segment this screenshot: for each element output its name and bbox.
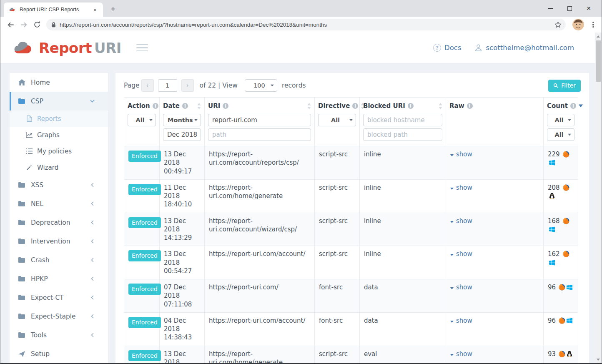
sort-toggle-icon[interactable] <box>439 103 442 109</box>
filter-count-select-2[interactable]: All <box>547 128 574 141</box>
sidebar-item-my-policies[interactable]: My policies <box>10 143 108 159</box>
raw-show-link[interactable]: show <box>450 350 472 358</box>
profile-avatar[interactable] <box>572 19 584 30</box>
page-size-select[interactable]: 100 <box>245 79 277 92</box>
raw-show-link[interactable]: show <box>450 217 472 225</box>
tab-close-icon[interactable]: × <box>91 6 99 13</box>
next-page-button[interactable]: › <box>181 79 194 92</box>
info-icon[interactable]: i <box>408 103 414 109</box>
browser-tab[interactable]: Report URI: CSP Reports × <box>4 3 103 17</box>
scroll-down-icon[interactable] <box>595 356 602 363</box>
sidebar-item-expect-ct[interactable]: Expect-CT <box>10 288 108 307</box>
scrollbar-thumb[interactable] <box>596 40 601 82</box>
filter-date-input-2[interactable] <box>163 128 201 141</box>
prev-page-button[interactable]: ‹ <box>141 79 154 92</box>
sidebar-item-deprecation[interactable]: Deprecation <box>10 213 108 232</box>
column-filters-action: All <box>128 114 156 126</box>
action-badge: Enforced <box>128 250 161 261</box>
column-header-uri[interactable]: URIi <box>205 98 315 146</box>
filter-blocked-uri-input-2[interactable] <box>363 128 442 141</box>
column-title-count: Counti <box>547 102 574 110</box>
window-close-button[interactable]: × <box>579 0 598 17</box>
select-caret-icon <box>568 134 571 136</box>
info-icon[interactable]: i <box>352 103 358 109</box>
docs-link[interactable]: ? Docs <box>433 44 461 52</box>
date-cell: 13 Dec 201800:49:17 <box>160 146 205 180</box>
sidebar-item-label: Intervention <box>31 238 70 245</box>
info-icon[interactable]: i <box>467 103 473 109</box>
sidebar-item-expect-staple[interactable]: Expect-Staple <box>10 307 108 326</box>
info-icon[interactable]: i <box>223 103 228 109</box>
sidebar-item-intervention[interactable]: Intervention <box>10 232 108 251</box>
date-value: 13 Dec 2018 <box>164 350 200 364</box>
sidebar-item-reports[interactable]: Reports <box>10 110 108 127</box>
filter-count-select-1[interactable]: All <box>547 114 574 126</box>
column-header-action[interactable]: ActioniAll <box>124 98 160 146</box>
sidebar-item-graphs[interactable]: Graphs <box>10 127 108 143</box>
forward-button[interactable] <box>17 18 30 31</box>
sidebar-item-csp[interactable]: CSP <box>10 92 108 110</box>
sidebar-item-wizard[interactable]: Wizard <box>10 159 108 176</box>
refresh-button[interactable] <box>30 18 44 31</box>
window-maximize-button[interactable] <box>560 0 579 17</box>
bookmark-star-icon[interactable] <box>554 21 562 28</box>
back-button[interactable] <box>4 18 17 31</box>
page-number-input[interactable] <box>158 79 177 92</box>
sidebar-item-hpkp[interactable]: HPKP <box>10 269 108 288</box>
sidebar-item-setup[interactable]: Setup <box>10 344 108 363</box>
column-header-raw[interactable]: Rawi <box>446 98 544 146</box>
uri-cell: https://report-uri.com/account/reports/c… <box>205 146 315 180</box>
column-header-date[interactable]: DateiMonths <box>160 98 205 146</box>
new-tab-button[interactable]: + <box>107 3 119 15</box>
filter-blocked-uri-input-1[interactable] <box>363 114 442 126</box>
raw-show-link[interactable]: show <box>450 316 472 325</box>
report-uri-logo[interactable]: ReportURI <box>12 40 121 56</box>
minimize-icon <box>548 8 553 9</box>
question-circle-icon: ? <box>433 44 441 52</box>
sidebar-item-nel[interactable]: NEL <box>10 194 108 213</box>
column-title-blocked-uri: Blocked URIi <box>363 102 442 110</box>
column-header-count[interactable]: CountiAllAll <box>544 98 578 146</box>
info-icon[interactable]: i <box>153 103 158 109</box>
info-icon[interactable]: i <box>182 103 188 109</box>
column-filters-directive: All <box>318 114 356 126</box>
sidebar-item-xss[interactable]: XSS <box>10 176 108 194</box>
column-filters-blocked-uri <box>363 114 442 141</box>
sort-toggle-icon[interactable] <box>307 103 311 109</box>
browser-menu-icon[interactable] <box>588 19 598 30</box>
sidebar-item-tools[interactable]: Tools <box>10 326 108 344</box>
blocked-uri-cell: data <box>360 279 446 313</box>
page-scrollbar[interactable] <box>595 33 602 363</box>
raw-show-link[interactable]: show <box>450 183 472 192</box>
sidebar-item-crash[interactable]: Crash <box>10 251 108 269</box>
filter-button[interactable]: Filter <box>548 80 581 92</box>
sort-toggle-icon[interactable] <box>197 103 201 109</box>
column-header-directive[interactable]: DirectiveiAll <box>315 98 360 146</box>
sidebar-item-home[interactable]: Home <box>10 73 108 92</box>
column-label: Directive <box>318 102 350 110</box>
table-row: Enforced04 Dec 201814:38:43https://repor… <box>124 312 578 346</box>
filter-action-select-1[interactable]: All <box>128 114 156 126</box>
caret-down-icon <box>450 217 454 225</box>
sort-desc-icon[interactable] <box>579 104 583 108</box>
table-row: Enforced13 Dec 201818:19:20https://repor… <box>124 346 578 363</box>
raw-show-link[interactable]: show <box>450 283 472 291</box>
column-header-blocked-uri[interactable]: Blocked URIi <box>360 98 446 146</box>
show-label: show <box>456 250 472 258</box>
url-bar[interactable]: https://report-uri.com/account/reports/c… <box>46 19 566 30</box>
scroll-up-icon[interactable] <box>595 33 602 40</box>
sidebar-toggle-icon[interactable] <box>136 44 148 52</box>
folder-icon <box>18 295 25 300</box>
account-menu[interactable]: scotthelme@hotmail.com <box>474 43 574 52</box>
raw-show-link[interactable]: show <box>450 250 472 258</box>
lock-icon <box>51 22 56 28</box>
window-minimize-button[interactable] <box>541 0 560 17</box>
filter-directive-select-1[interactable]: All <box>318 114 356 126</box>
raw-show-link[interactable]: show <box>450 150 472 158</box>
info-icon[interactable]: i <box>570 103 576 109</box>
filter-date-select-1[interactable]: Months <box>163 114 201 126</box>
filter-uri-input-1[interactable] <box>208 114 311 126</box>
caret-down-icon <box>450 316 454 325</box>
filter-uri-input-2[interactable] <box>208 128 311 141</box>
uri-cell: https://report-uri.com/home/generate <box>205 346 315 363</box>
